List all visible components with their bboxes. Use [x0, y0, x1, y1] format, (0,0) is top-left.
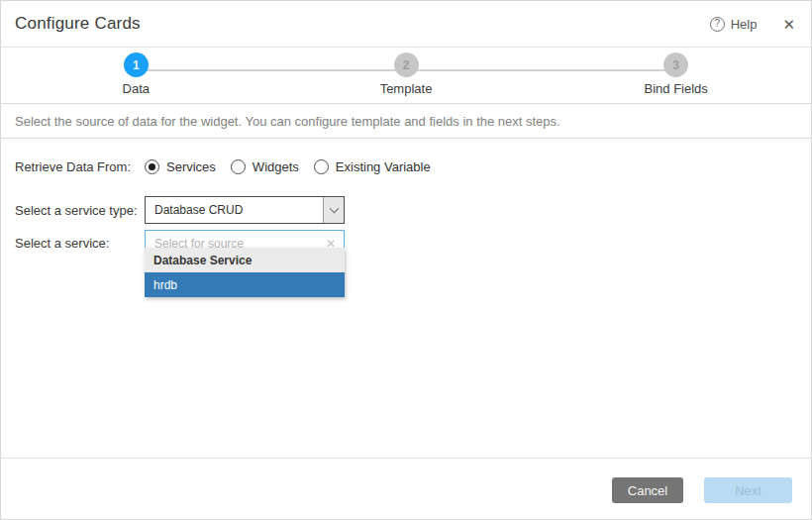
dropdown-item-hrdb[interactable]: hrdb	[145, 272, 345, 297]
step-data[interactable]: 1 Data	[1, 52, 271, 103]
step-connector	[136, 69, 270, 71]
service-row: Select a service: ✕	[15, 230, 797, 257]
step-bind-fields[interactable]: 3 Bind Fields	[541, 52, 811, 103]
step-connector	[541, 69, 675, 71]
radio-label: Existing Variable	[336, 159, 431, 174]
next-button[interactable]: Next	[704, 477, 792, 503]
retrieve-data-radio-group: Services Widgets Existing Variable	[145, 159, 446, 174]
radio-circle-icon	[145, 159, 159, 174]
step-label: Bind Fields	[541, 81, 811, 96]
chevron-down-icon	[329, 204, 339, 214]
step-connector	[271, 69, 406, 71]
dialog-header: Configure Cards ? Help ✕	[1, 1, 811, 48]
data-step-form: Retrieve Data From: Services Widgets Exi…	[1, 139, 811, 458]
step-label: Template	[271, 81, 542, 96]
dialog-title: Configure Cards	[15, 14, 141, 34]
service-type-label: Select a service type:	[15, 203, 145, 218]
configure-cards-dialog: Configure Cards ? Help ✕ 1 Data 2 Templa…	[0, 0, 812, 520]
radio-services[interactable]: Services	[145, 159, 216, 174]
radio-label: Widgets	[253, 159, 299, 174]
radio-label: Services	[166, 159, 216, 174]
select-dropdown-button[interactable]	[323, 197, 344, 223]
dropdown-group-header: Database Service	[145, 248, 345, 272]
retrieve-data-row: Retrieve Data From: Services Widgets Exi…	[15, 156, 797, 176]
retrieve-data-label: Retrieve Data From:	[15, 159, 145, 174]
service-type-row: Select a service type: Database CRUD	[15, 196, 797, 224]
service-type-select[interactable]: Database CRUD	[145, 196, 345, 224]
help-button[interactable]: ? Help	[710, 17, 758, 32]
dialog-footer: Cancel Next	[1, 458, 811, 519]
help-icon: ?	[710, 17, 725, 32]
step-label: Data	[1, 81, 271, 96]
service-label: Select a service:	[15, 236, 145, 251]
radio-existing-variable[interactable]: Existing Variable	[314, 159, 431, 174]
service-dropdown-list: Database Service hrdb	[145, 248, 345, 297]
step-circle: 2	[394, 52, 419, 77]
step-connector	[406, 69, 541, 71]
radio-circle-icon	[231, 159, 246, 174]
step-description: Select the source of data for the widget…	[1, 104, 811, 139]
step-template[interactable]: 2 Template	[271, 52, 542, 103]
help-label: Help	[731, 17, 758, 32]
radio-circle-icon	[314, 159, 329, 174]
wizard-stepper: 1 Data 2 Template 3 Bind Fields	[1, 48, 811, 104]
step-circle: 1	[124, 52, 149, 77]
close-icon[interactable]: ✕	[782, 17, 795, 32]
cancel-button[interactable]: Cancel	[612, 477, 683, 503]
service-type-value: Database CRUD	[146, 203, 323, 217]
step-circle: 3	[663, 52, 688, 77]
radio-widgets[interactable]: Widgets	[231, 159, 299, 174]
